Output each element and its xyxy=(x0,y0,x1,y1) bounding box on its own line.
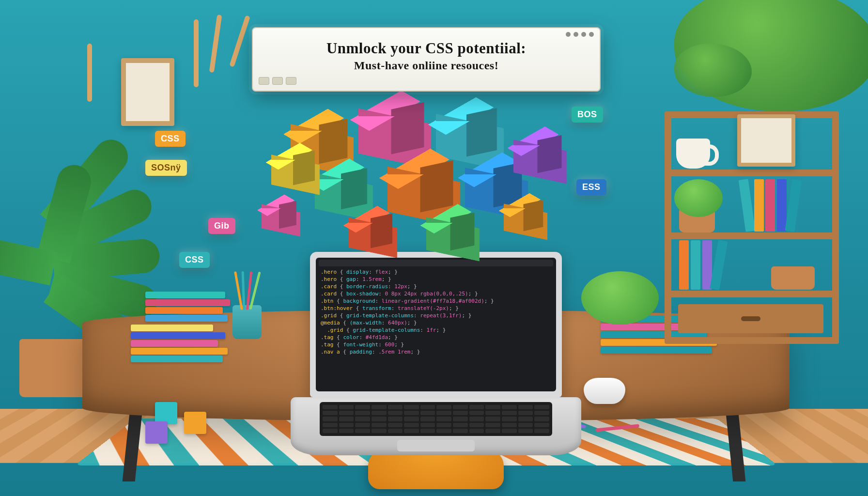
sticky-note xyxy=(184,412,206,434)
window-dot-icon xyxy=(566,32,571,37)
desk-plant xyxy=(581,271,659,325)
chip-ess: ESS xyxy=(576,179,606,195)
bookshelf xyxy=(665,111,839,344)
chip-css: CSS xyxy=(179,252,210,268)
trackpad xyxy=(397,440,475,451)
art-frame xyxy=(737,114,795,167)
editor-tabbar xyxy=(319,260,553,266)
window-dot-icon xyxy=(581,32,586,37)
window-controls xyxy=(259,32,594,40)
illustration-scene: .hero { display: flex; } .hero { gap: 1.… xyxy=(0,0,868,496)
headline-window: Unmlock your CSS potentiial: Must-have o… xyxy=(252,27,601,92)
laptop: .hero { display: flex; } .hero { gap: 1.… xyxy=(300,252,572,455)
mouse-icon xyxy=(584,378,625,404)
chip-sosny: SOSnÿ xyxy=(145,160,187,176)
sticky-note xyxy=(145,421,168,444)
brush-icon xyxy=(229,15,250,67)
chip-gib: Gib xyxy=(208,218,235,234)
spatula-icon xyxy=(194,19,199,87)
laptop-screen: .hero { display: flex; } .hero { gap: 1.… xyxy=(310,252,562,397)
keyboard xyxy=(320,402,552,436)
book-stack xyxy=(145,291,230,322)
laptop-base xyxy=(291,397,581,455)
headline-text: Unmlock your CSS potentiial: Must-have o… xyxy=(259,40,594,72)
chip-bos: BOS xyxy=(572,107,603,123)
window-toolbar xyxy=(259,77,594,85)
wooden-spoon-icon xyxy=(87,44,92,102)
chip-css: CSS xyxy=(155,131,186,147)
pencil-cup xyxy=(232,305,262,339)
mug-icon xyxy=(676,139,710,169)
code-editor-content: .hero { display: flex; } .hero { gap: 1.… xyxy=(321,268,551,356)
book-stack xyxy=(131,324,228,362)
window-dot-icon xyxy=(589,32,594,37)
window-dot-icon xyxy=(574,32,578,37)
fork-icon xyxy=(209,15,222,73)
wall-frame xyxy=(121,58,174,126)
